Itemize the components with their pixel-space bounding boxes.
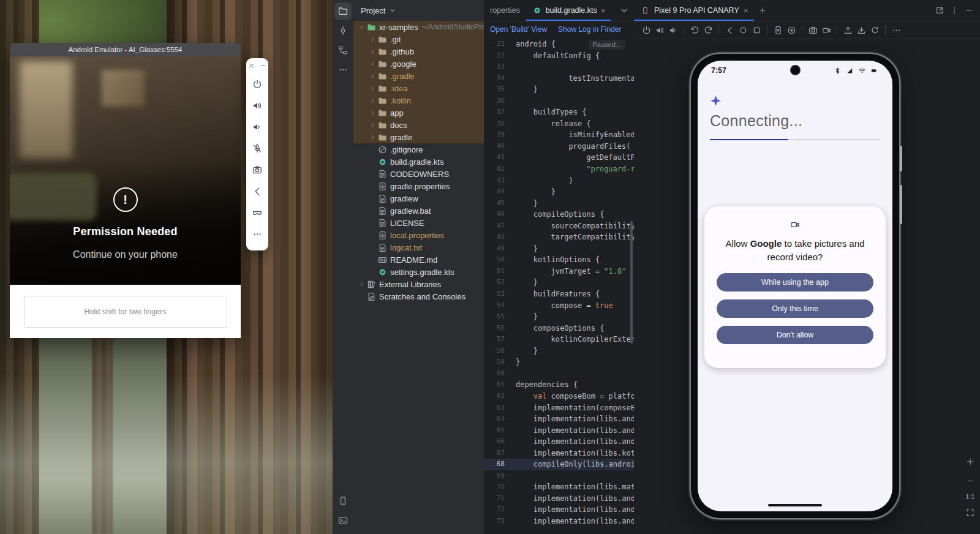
emulator-more-button[interactable] bbox=[249, 224, 265, 245]
close-tab-icon[interactable]: × bbox=[601, 7, 606, 15]
tree-item-settings-gradle-kts[interactable]: settings.gradle.kts bbox=[353, 266, 484, 278]
tree-item-gradlew[interactable]: gradlew bbox=[353, 192, 484, 205]
tool-terminal-button[interactable] bbox=[334, 512, 352, 529]
folder-icon bbox=[377, 34, 387, 44]
emulator-volume-down-button[interactable] bbox=[249, 116, 265, 138]
phone-screen[interactable]: 7:57 Connecting... Allow Google to take … bbox=[698, 61, 892, 511]
kebab-button[interactable] bbox=[948, 4, 960, 17]
tool-commit-button[interactable] bbox=[334, 22, 352, 39]
zoom-fit-button[interactable] bbox=[964, 506, 976, 519]
close-button[interactable] bbox=[247, 62, 255, 70]
tree-item-docs[interactable]: docs bbox=[353, 119, 484, 131]
tab-pixel-9-pro[interactable]: Pixel 9 Pro API CANARY × bbox=[634, 0, 754, 21]
chevron-right-icon[interactable] bbox=[368, 47, 377, 56]
zoom-in-button[interactable] bbox=[964, 455, 976, 468]
device-camera-button[interactable] bbox=[807, 23, 819, 37]
emulator-goggles-button[interactable] bbox=[249, 202, 265, 224]
tree-item-gradlew-bat[interactable]: gradlew.bat bbox=[353, 205, 484, 217]
tree-item-logcat-txt[interactable]: logcat.txt bbox=[353, 241, 484, 254]
device-back-button[interactable] bbox=[723, 23, 736, 37]
code-text: release { bbox=[511, 118, 591, 130]
tree-item-gitignore[interactable]: .gitignore bbox=[353, 143, 484, 156]
tree-item-google[interactable]: .google bbox=[353, 58, 484, 70]
chevron-right-icon[interactable] bbox=[368, 84, 377, 93]
device-overview-button[interactable] bbox=[750, 23, 763, 37]
chevron-right-icon[interactable] bbox=[368, 121, 377, 130]
new-device-tab-button[interactable] bbox=[754, 0, 771, 21]
tab-build-gradle-kts[interactable]: build.gradle.kts × bbox=[526, 0, 612, 21]
emulator-titlebar[interactable]: Android Emulator - AI_Glasses:5554 bbox=[10, 43, 241, 56]
chevron-down-icon[interactable] bbox=[357, 23, 366, 32]
device-rotate-left-button[interactable] bbox=[688, 23, 701, 37]
tree-item-license[interactable]: LICENSE bbox=[353, 217, 484, 229]
emulator-power-button[interactable] bbox=[249, 73, 265, 95]
device-record-button[interactable] bbox=[785, 23, 797, 37]
tab-overflow-button[interactable] bbox=[614, 0, 634, 21]
editor-scrollbar[interactable] bbox=[630, 221, 633, 344]
emulator-mic-off-button[interactable] bbox=[249, 138, 265, 159]
tree-item-external-libraries[interactable]: External Libraries bbox=[353, 278, 484, 290]
tool-structure-button[interactable] bbox=[334, 42, 352, 59]
device-more-button[interactable] bbox=[890, 23, 902, 37]
show-log-link[interactable]: Show Log in Finder bbox=[558, 25, 621, 34]
device-videocam-button[interactable] bbox=[820, 23, 832, 37]
tab-gradle-properties[interactable]: roperties bbox=[484, 0, 526, 21]
tree-item-idea[interactable]: .idea bbox=[353, 82, 484, 94]
tool-more-button[interactable] bbox=[334, 61, 352, 78]
chevron-right-icon[interactable] bbox=[368, 59, 377, 69]
tree-item-gradle[interactable]: gradle bbox=[353, 131, 484, 143]
tree-item-git[interactable]: .git bbox=[353, 33, 484, 45]
device-rotate-right-button[interactable] bbox=[702, 23, 714, 37]
device-volume-down-button[interactable] bbox=[667, 23, 679, 37]
emulator-toolbar-icons bbox=[249, 73, 265, 245]
emulator-toolbar bbox=[246, 58, 268, 250]
emulator-screen[interactable]: ! Permission Needed Continue on your pho… bbox=[10, 56, 241, 285]
chevron-right-icon[interactable] bbox=[368, 133, 377, 142]
tree-item-gradle[interactable]: .gradle bbox=[353, 70, 484, 82]
tree-item-scratches-and-consoles[interactable]: Scratches and Consoles bbox=[353, 290, 484, 303]
line-number: 73 bbox=[484, 516, 511, 527]
chevron-right-icon[interactable] bbox=[357, 280, 366, 289]
tree-item-app[interactable]: app bbox=[353, 107, 484, 119]
tree-item-xr-samples[interactable]: xr-samples~/AndroidStudioProj bbox=[353, 21, 484, 33]
only-this-time-button[interactable]: Only this time bbox=[717, 299, 873, 318]
open-build-view-link[interactable]: Open 'Build' View bbox=[490, 25, 547, 34]
tree-item-codeowners[interactable]: CODEOWNERS bbox=[353, 168, 484, 180]
emulator-volume-up-button[interactable] bbox=[249, 95, 265, 116]
code-line-34: 34testInstrumentationR bbox=[484, 73, 634, 85]
device-snapshot-button[interactable] bbox=[869, 23, 881, 37]
bluetooth-icon bbox=[832, 66, 842, 75]
device-volume-up-button[interactable] bbox=[654, 23, 666, 37]
zoom-out-button[interactable] bbox=[964, 474, 976, 487]
chevron-right-icon[interactable] bbox=[368, 108, 377, 118]
project-panel-header[interactable]: Project bbox=[353, 0, 484, 21]
tree-item-build-gradle-kts[interactable]: build.gradle.kts bbox=[353, 156, 484, 168]
folder-icon bbox=[377, 71, 387, 81]
popout-button[interactable] bbox=[933, 4, 946, 17]
tool-project-folder-button[interactable] bbox=[334, 2, 352, 20]
emulator-back-button[interactable] bbox=[249, 181, 265, 202]
tree-item-kotlin[interactable]: .kotlin bbox=[353, 94, 484, 107]
download-icon bbox=[856, 25, 866, 35]
device-download-button[interactable] bbox=[855, 23, 867, 37]
chevron-right-icon[interactable] bbox=[368, 72, 377, 81]
tool-device-button[interactable] bbox=[334, 492, 352, 510]
while-using-the-app-button[interactable]: While using the app bbox=[717, 273, 873, 291]
don-t-allow-button[interactable]: Don't allow bbox=[717, 326, 873, 344]
chevron-down-icon[interactable] bbox=[388, 6, 398, 15]
tree-item-github[interactable]: .github bbox=[353, 45, 484, 58]
tree-item-readme-md[interactable]: README.md bbox=[353, 254, 484, 266]
close-tab-icon[interactable]: × bbox=[744, 6, 748, 15]
device-power-button[interactable] bbox=[640, 23, 652, 37]
hide-button[interactable] bbox=[963, 4, 975, 17]
tree-item-local-properties[interactable]: local.properties bbox=[353, 229, 484, 241]
code-editor[interactable]: Paused... 23android {27defaultConfig {33… bbox=[484, 37, 634, 527]
tree-item-gradle-properties[interactable]: gradle.properties bbox=[353, 180, 484, 192]
device-upload-button[interactable] bbox=[842, 23, 854, 37]
emulator-camera-button[interactable] bbox=[249, 159, 265, 181]
device-screenshot-button[interactable] bbox=[772, 23, 784, 37]
chevron-right-icon[interactable] bbox=[368, 35, 377, 44]
chevron-right-icon[interactable] bbox=[368, 96, 377, 105]
device-home-button[interactable] bbox=[737, 23, 749, 37]
minimize-button[interactable] bbox=[259, 62, 267, 70]
